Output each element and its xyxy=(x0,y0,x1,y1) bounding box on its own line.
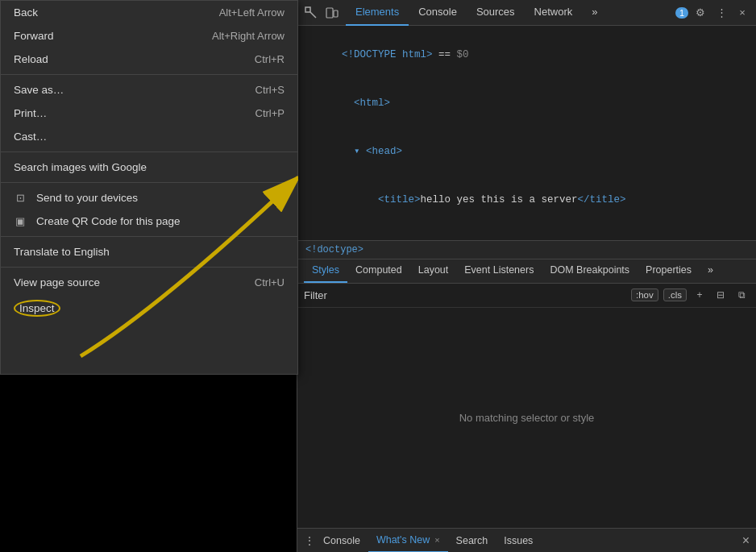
bottom-bar-tab-issues[interactable]: Issues xyxy=(496,529,541,553)
hov-button[interactable]: :hov xyxy=(631,288,658,301)
menu-item-view-source[interactable]: View page source Ctrl+U xyxy=(1,271,297,294)
more-tabs-icon: » xyxy=(592,6,597,18)
tab-sources[interactable]: Sources xyxy=(467,0,525,26)
code-line-html: <html> xyxy=(305,79,748,127)
black-background xyxy=(0,375,298,552)
code-line-head-open: ▾ <head> xyxy=(305,127,748,176)
cls-button[interactable]: .cls xyxy=(663,288,687,301)
more-options-icon[interactable]: ⋮ xyxy=(712,4,730,22)
menu-label-send-devices: Send to your devices xyxy=(36,192,138,204)
menu-item-saveas[interactable]: Save as… Ctrl+S xyxy=(1,78,297,102)
devtools-topbar-right: 1 ⚙ ⋮ × xyxy=(675,4,751,22)
menu-label-qr-code: Create QR Code for this page xyxy=(36,215,181,227)
add-style-icon[interactable]: + xyxy=(692,287,708,303)
bottom-tab-computed[interactable]: Computed xyxy=(347,259,410,283)
code-line-head-close: </head> xyxy=(305,224,748,240)
separator-4 xyxy=(1,236,297,237)
filter-buttons: :hov .cls + ⊟ ⧉ xyxy=(631,287,750,303)
menu-item-translate[interactable]: Translate to English xyxy=(1,240,297,264)
inspect-element-icon[interactable] xyxy=(302,4,320,22)
menu-shortcut-saveas: Ctrl+S xyxy=(255,84,285,96)
devtools-bottom-tabs: Styles Computed Layout Event Listeners D… xyxy=(297,259,756,284)
bottom-tab-styles[interactable]: Styles xyxy=(304,259,347,283)
menu-label-view-source: View page source xyxy=(14,276,100,288)
qr-icon: ▣ xyxy=(12,214,28,230)
menu-label-search-images: Search images with Google xyxy=(14,161,147,173)
menu-label-cast: Cast… xyxy=(14,131,47,143)
separator-1 xyxy=(1,74,297,75)
tab-network[interactable]: Network xyxy=(525,0,583,26)
menu-label-back: Back xyxy=(14,6,38,19)
svg-rect-1 xyxy=(305,7,310,12)
bottom-tab-layout[interactable]: Layout xyxy=(410,259,457,283)
svg-rect-3 xyxy=(326,8,333,18)
menu-shortcut-back: Alt+Left Arrow xyxy=(219,6,285,19)
bottom-bar-tab-console[interactable]: Console xyxy=(315,529,368,553)
bottom-tab-properties[interactable]: Properties xyxy=(638,259,700,283)
copy-styles-icon[interactable]: ⧉ xyxy=(733,287,750,303)
menu-item-forward[interactable]: Forward Alt+Right Arrow xyxy=(1,24,297,48)
context-menu: Back Alt+Left Arrow Forward Alt+Right Ar… xyxy=(0,0,298,375)
menu-label-translate: Translate to English xyxy=(14,246,110,258)
menu-item-reload[interactable]: Reload Ctrl+R xyxy=(1,48,297,71)
device-toggle-icon[interactable] xyxy=(323,4,341,22)
inspect-label: Inspect xyxy=(14,300,60,317)
bottom-tab-more[interactable]: » xyxy=(700,259,721,283)
menu-item-back[interactable]: Back Alt+Left Arrow xyxy=(1,1,297,24)
bottom-more-icon: » xyxy=(708,264,713,276)
devtools-top-tabs: Elements Console Sources Network » xyxy=(346,0,675,26)
filter-input[interactable] xyxy=(334,289,631,301)
separator-5 xyxy=(1,267,297,268)
devtools-bottom-bar: ⋮ Console What's New × Search Issues × xyxy=(297,528,756,552)
menu-item-search-images[interactable]: Search images with Google xyxy=(1,156,297,179)
menu-label-saveas: Save as… xyxy=(14,84,64,96)
tab-more[interactable]: » xyxy=(582,0,607,26)
code-line-title: <title>hello yes this is a server</title… xyxy=(305,176,748,224)
settings-icon[interactable]: ⚙ xyxy=(692,4,709,22)
bottom-bar-tabs: Console What's New × Search Issues xyxy=(315,529,742,553)
bottom-bar-left-icons: ⋮ xyxy=(304,534,315,547)
tab-elements[interactable]: Elements xyxy=(346,0,409,26)
menu-item-cast[interactable]: Cast… xyxy=(1,125,297,148)
menu-shortcut-print: Ctrl+P xyxy=(255,107,285,119)
close-devtools-icon[interactable]: × xyxy=(733,4,751,22)
breadcrumb-text: <!doctype> xyxy=(305,244,363,255)
menu-shortcut-forward: Alt+Right Arrow xyxy=(212,30,285,42)
device-icon: ⊡ xyxy=(12,190,28,206)
bottom-bar-close[interactable]: × xyxy=(742,533,750,548)
menu-label-forward: Forward xyxy=(14,30,54,42)
whats-new-close-button[interactable]: × xyxy=(434,535,439,545)
menu-item-inspect[interactable]: Inspect xyxy=(1,294,297,322)
bottom-bar-tab-search[interactable]: Search xyxy=(448,529,496,553)
bottom-bar-more-icon[interactable]: ⋮ xyxy=(304,534,315,547)
no-matching-style-text: No matching selector or style xyxy=(459,412,595,424)
devtools-topbar: Elements Console Sources Network » 1 ⚙ ⋮… xyxy=(297,0,756,26)
code-line-doctype: <!DOCTYPE html> == $0 xyxy=(305,31,748,79)
separator-3 xyxy=(1,182,297,183)
separator-2 xyxy=(1,151,297,152)
menu-label-print: Print… xyxy=(14,107,47,119)
menu-shortcut-reload: Ctrl+R xyxy=(255,53,285,65)
close-bottom-bar-icon[interactable]: × xyxy=(742,533,750,547)
svg-rect-4 xyxy=(334,10,338,17)
styles-empty-message: No matching selector or style xyxy=(297,308,756,529)
toggle-sidebar-icon[interactable]: ⊟ xyxy=(712,287,729,303)
menu-item-qr-code[interactable]: ▣ Create QR Code for this page xyxy=(1,210,297,233)
devtools-top-icons xyxy=(302,4,341,22)
menu-item-print[interactable]: Print… Ctrl+P xyxy=(1,102,297,125)
svg-line-2 xyxy=(310,12,316,18)
styles-filter-bar: Filter :hov .cls + ⊟ ⧉ xyxy=(297,284,756,308)
breadcrumb: <!doctype> xyxy=(297,240,756,259)
menu-item-send-devices[interactable]: ⊡ Send to your devices xyxy=(1,186,297,210)
filter-label: Filter xyxy=(304,289,327,301)
notification-badge: 1 xyxy=(675,7,688,19)
bottom-bar-tab-whatsnew[interactable]: What's New × xyxy=(368,529,448,553)
bottom-tab-event-listeners[interactable]: Event Listeners xyxy=(456,259,542,283)
menu-label-reload: Reload xyxy=(14,53,48,65)
bottom-tab-dom-breakpoints[interactable]: DOM Breakpoints xyxy=(542,259,638,283)
menu-shortcut-view-source: Ctrl+U xyxy=(255,276,285,288)
elements-code-panel[interactable]: <!DOCTYPE html> == $0 <html> ▾ <head> <t… xyxy=(297,26,756,240)
devtools-panel: Elements Console Sources Network » 1 ⚙ ⋮… xyxy=(297,0,756,552)
tab-console[interactable]: Console xyxy=(409,0,467,26)
